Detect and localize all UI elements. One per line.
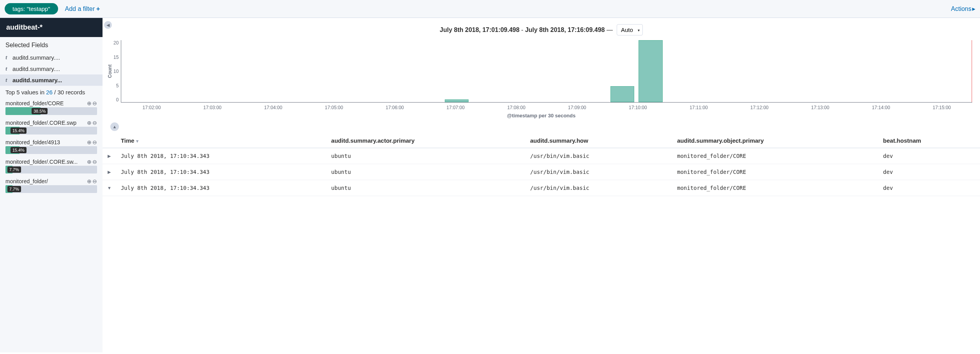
- cell-time: July 8th 2018, 17:10:34.343: [116, 164, 327, 180]
- chart-plot-area[interactable]: [121, 40, 972, 103]
- cell-host: dev: [878, 164, 980, 180]
- cell-object: monitored_folder/CORE: [672, 148, 878, 164]
- index-pattern-header[interactable]: auditbeat-*: [0, 18, 103, 37]
- chevron-up-icon: ▲: [113, 124, 117, 129]
- column-header[interactable]: auditd.summary.object.primary: [672, 133, 878, 148]
- value-label: monitored_folder/4913: [5, 139, 87, 145]
- value-label: monitored_folder/.CORE.swp: [5, 120, 87, 126]
- field-type-icon: t: [5, 77, 12, 83]
- field-row[interactable]: tauditd.summary....: [0, 52, 103, 63]
- cell-time: July 8th 2018, 17:10:34.343: [116, 148, 327, 164]
- zoom-out-icon[interactable]: ⊖: [92, 178, 97, 184]
- x-axis-ticks: 17:02:0017:03:0017:04:0017:05:0017:06:00…: [103, 105, 980, 110]
- zoom-out-icon[interactable]: ⊖: [92, 100, 97, 106]
- interval-select[interactable]: Auto: [617, 24, 643, 35]
- column-header[interactable]: Time▼: [116, 133, 327, 148]
- value-bar: 15.4%: [5, 146, 97, 154]
- column-header[interactable]: auditd.summary.how: [525, 133, 672, 148]
- field-value-item: monitored_folder/.CORE.swp ⊕ ⊖ 15.4%: [0, 118, 103, 138]
- cell-time: July 8th 2018, 17:10:34.343: [116, 180, 327, 196]
- histogram-chart: Count 20151050: [103, 40, 980, 103]
- value-bar: 15.4%: [5, 127, 97, 135]
- value-bar: 38.5%: [5, 107, 97, 115]
- field-name: auditd.summary...: [12, 77, 97, 83]
- histogram-bar[interactable]: [445, 99, 469, 102]
- field-type-icon: t: [5, 55, 12, 60]
- filter-pill[interactable]: tags: "testapp": [5, 3, 58, 14]
- table-row: ▶ July 8th 2018, 17:10:34.343 ubuntu /us…: [103, 164, 980, 180]
- x-axis-label: @timestamp per 30 seconds: [103, 113, 980, 119]
- zoom-in-icon[interactable]: ⊕: [87, 178, 92, 184]
- collapse-chart-button[interactable]: ▲: [110, 122, 119, 131]
- selected-fields-title: Selected Fields: [0, 37, 103, 52]
- cell-object: monitored_folder/CORE: [672, 164, 878, 180]
- chevron-left-icon: ◀: [106, 23, 110, 28]
- cell-object: monitored_folder/CORE: [672, 180, 878, 196]
- value-label: monitored_folder/CORE: [5, 100, 87, 106]
- zoom-out-icon[interactable]: ⊖: [92, 139, 97, 145]
- cell-actor: ubuntu: [327, 180, 525, 196]
- expand-row-toggle[interactable]: ▶: [103, 148, 116, 164]
- cell-host: dev: [878, 148, 980, 164]
- cell-actor: ubuntu: [327, 164, 525, 180]
- collapse-sidebar-button[interactable]: ◀: [104, 21, 112, 29]
- plus-icon: +: [96, 5, 100, 12]
- value-label: monitored_folder/.CORE.sw...: [5, 159, 87, 165]
- value-bar: 7.7%: [5, 185, 97, 193]
- add-filter-label: Add a filter: [65, 5, 95, 12]
- table-row: ▶ July 8th 2018, 17:10:34.343 ubuntu /us…: [103, 148, 980, 164]
- field-row[interactable]: tauditd.summary....: [0, 63, 103, 74]
- zoom-out-icon[interactable]: ⊖: [92, 159, 97, 165]
- zoom-out-icon[interactable]: ⊖: [92, 120, 97, 126]
- value-bar: 7.7%: [5, 166, 97, 173]
- expand-row-toggle[interactable]: ▼: [103, 180, 116, 196]
- field-row[interactable]: tauditd.summary...: [0, 74, 103, 86]
- zoom-in-icon[interactable]: ⊕: [87, 139, 92, 145]
- cell-actor: ubuntu: [327, 148, 525, 164]
- actions-link[interactable]: Actions ▸: [951, 5, 975, 12]
- top-filter-bar: tags: "testapp" Add a filter + Actions ▸: [0, 0, 980, 18]
- sidebar: auditbeat-* Selected Fields tauditd.summ…: [0, 18, 103, 352]
- field-value-item: monitored_folder/CORE ⊕ ⊖ 38.5%: [0, 99, 103, 118]
- chart-right-edge: [971, 40, 972, 102]
- cell-how: /usr/bin/vim.basic: [525, 180, 672, 196]
- zoom-in-icon[interactable]: ⊕: [87, 159, 92, 165]
- results-table: Time▼auditd.summary.actor.primaryauditd.…: [103, 133, 980, 196]
- field-name: auditd.summary....: [12, 65, 97, 72]
- table-row: ▼ July 8th 2018, 17:10:34.343 ubuntu /us…: [103, 180, 980, 196]
- field-value-item: monitored_folder/ ⊕ ⊖ 7.7%: [0, 177, 103, 196]
- top-values-count-link[interactable]: 26: [46, 89, 53, 96]
- cell-host: dev: [878, 180, 980, 196]
- top-values-summary: Top 5 values in 26 / 30 records: [0, 86, 103, 99]
- histogram-bar[interactable]: [639, 40, 662, 102]
- zoom-in-icon[interactable]: ⊕: [87, 120, 92, 126]
- field-name: auditd.summary....: [12, 54, 97, 61]
- y-axis-label: Count: [106, 40, 113, 103]
- field-type-icon: t: [5, 66, 12, 72]
- y-axis-ticks: 20151050: [113, 40, 121, 103]
- field-value-item: monitored_folder/4913 ⊕ ⊖ 15.4%: [0, 138, 103, 157]
- expand-row-toggle[interactable]: ▶: [103, 164, 116, 180]
- add-filter-button[interactable]: Add a filter +: [65, 5, 100, 12]
- value-label: monitored_folder/: [5, 178, 87, 184]
- actions-label: Actions: [951, 5, 971, 12]
- time-from: July 8th 2018, 17:01:09.498: [440, 27, 520, 33]
- time-to: July 8th 2018, 17:16:09.498: [525, 27, 605, 33]
- field-value-item: monitored_folder/.CORE.sw... ⊕ ⊖ 7.7%: [0, 157, 103, 177]
- time-range-header: July 8th 2018, 17:01:09.498 - July 8th 2…: [103, 24, 980, 35]
- sort-desc-icon: ▼: [135, 139, 140, 143]
- column-header[interactable]: auditd.summary.actor.primary: [327, 133, 525, 148]
- cell-how: /usr/bin/vim.basic: [525, 148, 672, 164]
- column-header[interactable]: beat.hostnam: [878, 133, 980, 148]
- histogram-bar[interactable]: [610, 86, 634, 102]
- cell-how: /usr/bin/vim.basic: [525, 164, 672, 180]
- main-content: ◀ July 8th 2018, 17:01:09.498 - July 8th…: [103, 18, 980, 352]
- chevron-right-icon: ▸: [972, 5, 975, 12]
- zoom-in-icon[interactable]: ⊕: [87, 100, 92, 106]
